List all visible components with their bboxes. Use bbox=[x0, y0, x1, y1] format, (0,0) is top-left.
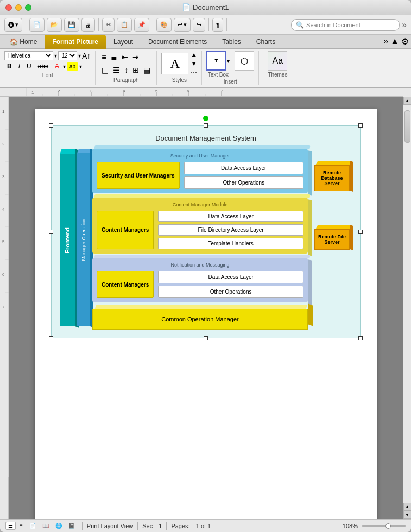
diagram: Document Management System Frontend bbox=[51, 125, 361, 338]
svg-text:1: 1 bbox=[31, 90, 34, 95]
notif-other-ops: Other Operations bbox=[158, 286, 303, 298]
tabs-expand[interactable]: » bbox=[383, 36, 388, 47]
themes-controls: Aa bbox=[268, 51, 287, 71]
scrollbar-vertical[interactable]: ▲ ▲ ▼ bbox=[403, 97, 411, 519]
increase-indent-button[interactable]: ⇥ bbox=[131, 51, 141, 63]
content-data-access: Data Access Layer bbox=[158, 211, 303, 222]
styles-down-arrow[interactable]: ▼ bbox=[191, 60, 197, 67]
content-module: Content Manager Module Content Managers … bbox=[92, 198, 308, 254]
scroll-page-down[interactable]: ▼ bbox=[403, 511, 412, 519]
handle-bottom-center[interactable] bbox=[204, 336, 208, 340]
themes-area: Aa bbox=[268, 51, 287, 71]
line-spacing-button[interactable]: ↕ bbox=[123, 64, 130, 76]
notification-module: Notification and Messaging Content Manag… bbox=[92, 258, 308, 302]
window-title: 📄 Document1 bbox=[182, 3, 229, 11]
handle-top-right[interactable] bbox=[358, 123, 363, 128]
zoom-thumb[interactable] bbox=[385, 523, 391, 529]
font-size-select[interactable]: 12 bbox=[58, 51, 77, 60]
redo-button[interactable]: ↪ bbox=[193, 18, 205, 32]
shapes-icon[interactable]: ⬡ bbox=[235, 51, 254, 71]
status-right: 108% bbox=[343, 523, 406, 529]
tab-home[interactable]: 🏠 Home bbox=[2, 35, 45, 49]
separator5 bbox=[226, 18, 227, 31]
draft-view-btn[interactable]: 📄 bbox=[27, 522, 39, 530]
bold-button[interactable]: B bbox=[4, 61, 15, 71]
bullet-list-button[interactable]: ≡ bbox=[100, 51, 108, 63]
handle-bottom-right[interactable] bbox=[358, 336, 363, 340]
text-box-icon[interactable]: T bbox=[206, 51, 226, 71]
document-wrapper[interactable]: Document Management System Frontend bbox=[9, 97, 403, 519]
font-family-select[interactable]: Helvetica bbox=[4, 51, 53, 60]
handle-top-center[interactable] bbox=[204, 123, 208, 128]
styles-preview[interactable]: A bbox=[161, 53, 188, 74]
styles-expand-arrow[interactable]: ⋯ bbox=[191, 68, 197, 76]
highlight-dropdown: ▾ bbox=[79, 64, 82, 69]
rotation-handle[interactable] bbox=[203, 116, 208, 121]
save-button[interactable]: 💾 bbox=[64, 18, 79, 32]
scroll-thumb[interactable] bbox=[404, 110, 410, 143]
font-color-button[interactable]: A bbox=[52, 61, 62, 71]
ruler-marks-svg: 1 2 3 4 5 6 7 bbox=[26, 88, 403, 97]
borders-button[interactable]: ⊞ bbox=[131, 64, 141, 76]
paste-button[interactable]: 📌 bbox=[134, 18, 149, 32]
pilcrow-button[interactable]: ¶ bbox=[212, 18, 223, 32]
styles-up-arrow[interactable]: ▲ bbox=[191, 51, 197, 59]
print-layout-view-btn[interactable]: ☰ bbox=[5, 522, 16, 530]
scroll-up-arrow[interactable]: ▲ bbox=[403, 97, 412, 105]
outline-view-btn[interactable]: ≡ bbox=[17, 522, 26, 530]
settings-icon[interactable]: ⚙ bbox=[401, 36, 409, 47]
underline-button[interactable]: U bbox=[24, 61, 34, 71]
strikethrough-button[interactable]: abc bbox=[35, 61, 51, 71]
title-icon: 📄 bbox=[182, 3, 193, 11]
collapse-ribbon[interactable]: ▲ bbox=[390, 36, 399, 47]
scroll-page-up[interactable]: ▲ bbox=[403, 503, 412, 511]
word-menu-button[interactable]: 🅦 ▾ bbox=[4, 18, 22, 32]
handle-middle-right[interactable] bbox=[358, 230, 363, 234]
tab-layout[interactable]: Layout bbox=[106, 35, 141, 49]
close-button[interactable] bbox=[5, 4, 12, 11]
highlight-button[interactable]: ab bbox=[67, 62, 78, 71]
open-button[interactable]: 📂 bbox=[47, 18, 62, 32]
handle-bottom-left[interactable] bbox=[49, 336, 53, 340]
numbered-list-button[interactable]: ≣ bbox=[109, 51, 119, 63]
cut-button[interactable]: ✂ bbox=[102, 18, 115, 32]
modules-container: Security and User Manager Security and U… bbox=[92, 149, 308, 330]
maximize-button[interactable] bbox=[25, 4, 31, 11]
notebook-view-btn[interactable]: 📓 bbox=[66, 522, 78, 530]
tab-tables[interactable]: Tables bbox=[214, 35, 249, 49]
handle-top-left[interactable] bbox=[49, 123, 53, 128]
common-op: Common Operation Manager bbox=[92, 309, 308, 330]
tab-charts[interactable]: Charts bbox=[249, 35, 283, 49]
toolbar-expand-button[interactable]: » bbox=[402, 20, 407, 30]
textbox-dropdown[interactable]: ▾ bbox=[227, 58, 230, 64]
scroll-track[interactable] bbox=[403, 105, 411, 503]
align-center-button[interactable]: ☰ bbox=[111, 64, 122, 76]
styles-controls: A ▲ ▼ ⋯ bbox=[161, 51, 197, 76]
themes-group-label: Themes bbox=[268, 72, 287, 78]
ruler-horizontal: 1 2 3 4 5 6 7 bbox=[26, 88, 403, 97]
handle-middle-left[interactable] bbox=[49, 230, 53, 234]
paint-button[interactable]: 🎨 bbox=[156, 18, 172, 32]
reading-view-btn[interactable]: 📖 bbox=[40, 522, 52, 530]
print-button[interactable]: 🖨 bbox=[81, 18, 95, 32]
security-row: Security and User Managers Data Access L… bbox=[97, 162, 303, 189]
font-controls: Helvetica ▾ 12 ▾ A↑ B I U bbox=[4, 51, 91, 71]
svg-text:2: 2 bbox=[58, 88, 60, 93]
undo-button[interactable]: ↩▾ bbox=[174, 18, 191, 32]
content-row: Content Managers Data Access Layer File … bbox=[97, 211, 303, 249]
search-bar[interactable]: 🔍 bbox=[291, 19, 400, 31]
decrease-indent-button[interactable]: ⇤ bbox=[120, 51, 130, 63]
copy-button[interactable]: 📋 bbox=[117, 18, 132, 32]
font-grow[interactable]: A↑ bbox=[82, 52, 91, 60]
search-input[interactable] bbox=[306, 22, 395, 28]
web-view-btn[interactable]: 🌐 bbox=[53, 522, 65, 530]
italic-button[interactable]: I bbox=[16, 61, 23, 71]
new-button[interactable]: 📄 bbox=[29, 18, 45, 32]
tab-document-elements[interactable]: Document Elements bbox=[141, 35, 214, 49]
shading-button[interactable]: ▤ bbox=[142, 64, 152, 76]
zoom-slider[interactable] bbox=[362, 525, 406, 527]
minimize-button[interactable] bbox=[15, 4, 22, 11]
themes-preview[interactable]: Aa bbox=[268, 51, 287, 71]
tab-format-picture[interactable]: Format Picture bbox=[45, 35, 106, 49]
align-left-button[interactable]: ◫ bbox=[100, 64, 110, 76]
